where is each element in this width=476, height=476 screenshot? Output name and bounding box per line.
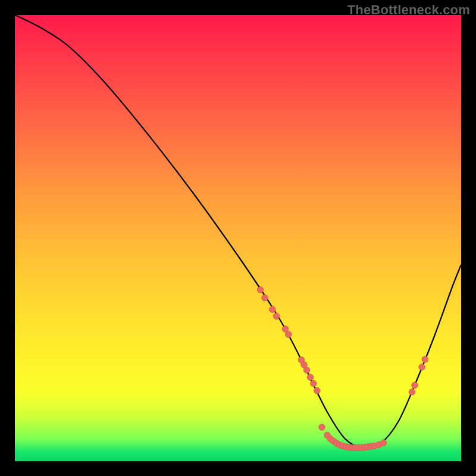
curve-marker bbox=[262, 295, 268, 301]
watermark-text: TheBottleneck.com bbox=[347, 2, 470, 18]
curve-marker bbox=[307, 374, 314, 381]
chart-frame: TheBottleneck.com bbox=[0, 0, 476, 476]
curve-marker bbox=[380, 440, 387, 446]
curve-marker bbox=[412, 382, 418, 389]
curve-marker bbox=[303, 367, 310, 374]
curve-marker bbox=[319, 424, 325, 431]
curve-marker bbox=[409, 389, 415, 395]
curve-markers bbox=[257, 287, 428, 451]
curve-marker bbox=[422, 356, 428, 363]
curve-marker bbox=[269, 306, 275, 313]
bottleneck-curve bbox=[15, 15, 461, 448]
plot-area bbox=[15, 15, 461, 461]
curve-layer bbox=[15, 15, 461, 461]
curve-marker bbox=[285, 331, 292, 338]
curve-marker bbox=[257, 287, 264, 293]
curve-marker bbox=[273, 313, 280, 320]
curve-marker bbox=[314, 387, 320, 394]
curve-marker bbox=[310, 380, 317, 387]
curve-marker bbox=[419, 364, 425, 370]
